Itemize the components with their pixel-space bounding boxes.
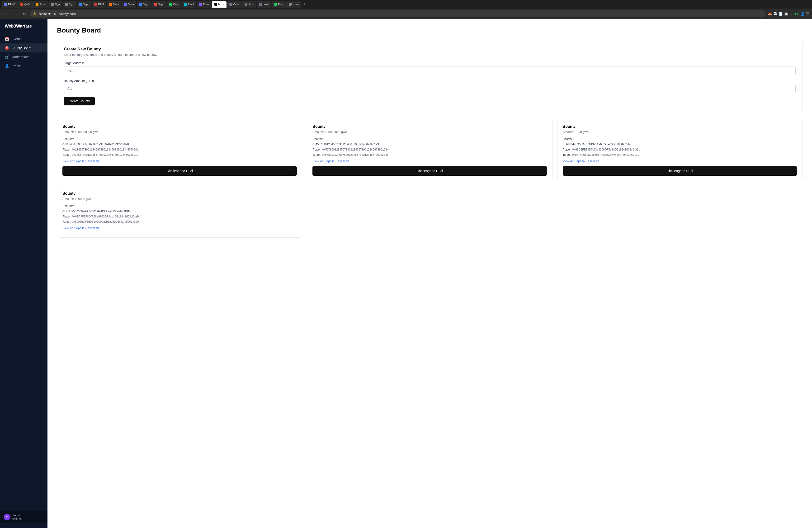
sidebar-nav: 📅 Events 🎯 Bounty Board 🛒 Marketplace 👤 … [0,34,47,71]
bounty-contract-label-0: Contract: [62,137,297,141]
bounty-contract-0: 0x12345678901234567890123456789012345678… [62,142,297,146]
bounty-card-0: Bounty Amount: 1000000000 gwei Contract:… [57,119,302,181]
sidebar-label-profile: Profile [11,64,21,68]
tab-conti[interactable]: Conti [227,1,242,8]
bounty-title-0: Bounty [62,124,297,129]
bounty-placer-0: Placer: 0x234567890123456789012345678901… [62,147,297,152]
bounty-target-2: Target: 0x877Fd061E2297c573f835CA4d43F1F… [563,153,797,157]
bounty-card-2: Bounty Amount: 1000 gwei Contract: 0x144… [557,119,802,181]
tab-npm[interactable]: NPM [92,1,106,8]
tab-free[interactable]: Free [272,1,286,8]
main-content: Bounty Board Create New Bounty Enter the… [47,19,812,528]
bounty-link-0[interactable]: View on Sepolia Basescan [62,159,297,163]
tab-sign1[interactable]: Sign [48,1,62,8]
extension-btn-3[interactable]: 📄 [779,12,783,16]
bounty-target-0: Target: 0x345678901234567890123456789012… [62,153,297,157]
extension-btn-1[interactable]: 🦊 [768,12,772,16]
browser-bar: ← → ↻ 🔒 localhost:3001/bountyboard 🦊 💬 📄… [0,9,812,19]
profile-btn[interactable]: 👤 [801,12,804,16]
target-address-group: Target Address [64,61,796,75]
bounty-amount-input[interactable] [64,84,796,93]
tab-sepo2[interactable]: Sepo [137,1,151,8]
browser-tabs: ETHC @eth Sche Sign Sign Sepo NPM Meta D… [0,0,812,9]
bounty-grid: Bounty Amount: 1000000000 gwei Contract:… [57,119,802,238]
tab-sign2[interactable]: Sign [63,1,76,8]
bounty-contract-2: 0x144Bd2B90cD4B0913752a6b7e5eC258d800275… [563,142,797,146]
marketplace-icon: 🛒 [5,55,9,59]
sidebar-item-events[interactable]: 📅 Events [0,34,47,43]
tab-meta[interactable]: Meta [107,1,121,8]
tab-sepo3[interactable]: Sepo [152,1,167,8]
tab-sepo1[interactable]: Sepo [77,1,92,8]
menu-btn[interactable]: ☰ [806,12,809,16]
sidebar-logo: Web3Warfare [0,24,47,34]
tab-eth[interactable]: @eth [18,1,33,8]
bounty-contract-label-1: Contract: [313,137,547,141]
bounty-contract-3: 0x7c97e58238994B5b692b4a4CEF7a313c4abF4B… [62,209,297,214]
sidebar-label-marketplace: Marketplace [11,55,29,59]
tab-how[interactable]: how i [257,1,271,8]
tab-remi[interactable]: Remi [182,1,197,8]
bounty-placer-3: Placer: 0x63D3FE78DfA68e9360DF9c14D21884… [62,215,297,219]
tab-addr[interactable]: Addr [242,1,256,8]
network-avatar: S [4,514,11,520]
tab-dyna[interactable]: Dyna [121,1,136,8]
tab-over[interactable]: Over [167,1,181,8]
challenge-duel-button-1[interactable]: Challenge to Duel [313,166,547,176]
bounty-contract-1: 0x45678901234567890123456789012345678901… [313,142,547,146]
bounty-contract-label-3: Contract: [62,204,297,208]
events-icon: 📅 [5,37,9,41]
bounty-link-1[interactable]: View on Sepolia Basescan [313,159,547,163]
create-bounty-card: Create New Bounty Enter the target addre… [57,40,802,112]
profile-icon: 👤 [5,64,9,68]
url-text: localhost:3001/bountyboard [38,12,76,16]
target-address-label: Target Address [64,61,796,65]
page-title: Bounty Board [57,27,802,34]
bounty-placer-2: Placer: 0x63D3FE78DfA68e9360DF9c14D21884… [563,147,797,152]
tab-sche[interactable]: Sche [33,1,48,8]
bounty-amount-3: Amount: 100000 gwei [62,197,297,201]
bounty-contract-label-2: Contract: [563,137,797,141]
target-address-input[interactable] [64,66,796,75]
reload-button[interactable]: ↻ [21,11,28,17]
challenge-duel-button-0[interactable]: Challenge to Duel [62,166,297,176]
bounty-card-1: Bounty Amount: 500000000 gwei Contract: … [307,119,552,181]
back-button[interactable]: ← [3,11,10,17]
bounty-link-2[interactable]: View on Sepolia Basescan [563,159,797,163]
new-tab-button[interactable]: + [302,2,307,7]
url-bar[interactable]: 🔒 localhost:3001/bountyboard [30,10,766,17]
sidebar-item-marketplace[interactable]: 🛒 Marketplace [0,53,47,61]
bounty-target-1: Target: 0x678901234567890123456789012345… [313,153,547,157]
sidebar-item-bountyboard[interactable]: 🎯 Bounty Board [0,43,47,53]
create-card-desc: Enter the target address and bounty amou… [64,53,796,57]
bounty-placer-1: Placer: 0x567890123456789012345678901234… [313,147,547,152]
tab-ethc[interactable]: ETHC [2,1,17,8]
challenge-duel-button-2[interactable]: Challenge to Duel [563,166,797,176]
bounty-amount-label: Bounty Amount (ETH) [64,79,796,83]
bounty-link-3[interactable]: View on Sepolia Basescan [62,226,297,230]
bounty-amount-group: Bounty Amount (ETH) [64,79,796,93]
bounty-amount-1: Amount: 500000000 gwei [313,130,547,134]
bountyboard-icon: 🎯 [5,46,9,50]
sidebar: Web3Warfare 📅 Events 🎯 Bounty Board 🛒 Ma… [0,19,47,528]
bounty-amount-2: Amount: 1000 gwei [563,130,797,134]
sidebar-item-profile[interactable]: 👤 Profile [0,61,47,71]
address-label: 0x5...6... [12,517,23,520]
create-bounty-button[interactable]: Create Bounty [64,97,95,105]
forward-button[interactable]: → [12,11,18,17]
app-container: Web3Warfare 📅 Events 🎯 Bounty Board 🛒 Ma… [0,19,812,528]
create-card-title: Create New Bounty [64,47,796,52]
bounty-amount-0: Amount: 1000000000 gwei [62,130,297,134]
bounty-card-3: Bounty Amount: 100000 gwei Contract: 0x7… [57,186,302,238]
browser-actions: 🦊 💬 📄 🔲 🛡 VPN 👤 ☰ [768,12,809,16]
sidebar-bottom: S Sepol... 0x5...6... [0,511,47,523]
extension-btn-4[interactable]: 🔲 [784,12,788,16]
sidebar-label-events: Events [11,37,21,41]
bounty-title-2: Bounty [563,124,797,129]
network-label: Sepol... [12,514,23,517]
tab-ether[interactable]: Ether [197,1,212,8]
tab-m-active[interactable]: M ✕ [212,1,227,8]
tab-scree[interactable]: scree [286,1,301,8]
extension-btn-2[interactable]: 💬 [773,12,777,16]
bounty-title-1: Bounty [313,124,547,129]
